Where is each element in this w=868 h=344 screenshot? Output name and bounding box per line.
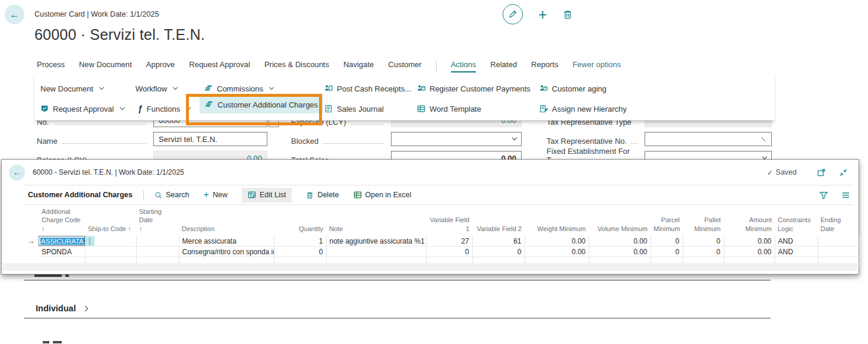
menu-approve[interactable]: Approve [146, 60, 175, 72]
col-pallet-minimum[interactable]: Pallet Minimum [683, 206, 724, 236]
new-button[interactable]: + New [204, 190, 228, 200]
action-register-customer-payments[interactable]: Register Customer Payments [417, 80, 531, 97]
cell-parcel[interactable]: 0 [651, 236, 683, 247]
action-customer-aging[interactable]: Customer aging [539, 80, 607, 97]
coins-icon [204, 84, 213, 93]
cell-var1[interactable]: 27 [426, 236, 472, 247]
open-in-excel-button[interactable]: Open in Excel [353, 191, 412, 199]
cell-volume[interactable]: 0.00 [589, 236, 651, 247]
col-amount-minimum[interactable]: Amount Minimum [724, 206, 775, 236]
section-individual[interactable]: Individual [36, 304, 87, 313]
action-post-cash-receipts[interactable]: Post Cash Receipts... [324, 80, 411, 97]
menu-related[interactable]: Related [490, 60, 517, 72]
excel-icon [353, 191, 362, 199]
cell-ending-date[interactable] [818, 236, 859, 247]
back-button[interactable]: ← [5, 5, 24, 24]
new-plus-button[interactable]: + [538, 7, 547, 22]
cell-description[interactable]: Merce assicurata [179, 236, 274, 247]
action-request-approval[interactable]: Request Approval [40, 100, 124, 118]
cell-logic[interactable]: AND [775, 236, 818, 247]
cell-more-options-button[interactable] [86, 236, 94, 246]
action-word-template[interactable]: Word Template [417, 100, 481, 118]
popout-window-icon [817, 168, 826, 177]
document-pencil-icon [539, 105, 548, 113]
dialog-breadcrumb: 60000 - Servizi tel. T.E.N. | Work Date:… [33, 168, 184, 176]
cell-description[interactable]: Consegna/ritiro con sponda idraul... [179, 247, 274, 257]
cell-ship-to[interactable] [85, 247, 136, 257]
menu-customer[interactable]: Customer [388, 60, 421, 72]
cell-var2[interactable]: 0 [472, 247, 525, 257]
action-assign-new-hierarchy[interactable]: Assign new Hierarchy [539, 100, 627, 118]
cell-amount[interactable]: 0.00 [724, 247, 775, 257]
col-additional-charge-code[interactable]: Additional Charge Code ↑ [39, 206, 85, 236]
cell-starting-date[interactable] [136, 236, 179, 247]
cell-volume[interactable]: 0.00 [589, 247, 651, 257]
col-variable-field-2[interactable]: Variable Field 2 [472, 206, 525, 236]
edit-pencil-button[interactable] [503, 4, 523, 24]
col-starting-date[interactable]: Starting Date ↑ [136, 206, 179, 236]
cell-pallet[interactable]: 0 [683, 247, 724, 257]
cell-quantity[interactable]: 0 [274, 247, 326, 257]
menu-reports[interactable]: Reports [531, 60, 558, 72]
col-description[interactable]: Description [179, 206, 274, 236]
grid-row-sponda: SPONDA Consegna/ritiro con sponda idraul… [23, 247, 859, 257]
cell-pallet[interactable]: 0 [683, 236, 724, 247]
cell-note[interactable] [326, 247, 426, 257]
action-workflow[interactable]: Workflow [135, 80, 177, 97]
cell-note[interactable]: note aggiuntive assicurata %1 %2 [326, 236, 426, 247]
cell-starting-date[interactable] [136, 247, 179, 257]
list-lines-icon [841, 191, 850, 200]
dialog-back-button[interactable]: ← [9, 165, 25, 181]
menu-new-document[interactable]: New Document [79, 60, 132, 72]
arrow-left-icon: ← [10, 9, 20, 21]
cell-ending-date[interactable] [818, 247, 859, 257]
collapse-dialog-button[interactable] [839, 168, 848, 177]
search-button[interactable]: Search [154, 191, 190, 199]
open-in-window-button[interactable] [817, 168, 826, 177]
trash-icon [306, 191, 314, 199]
action-new-document[interactable]: New Document [40, 80, 103, 97]
menu-navigate[interactable]: Navigate [343, 60, 374, 72]
col-variable-field-1[interactable]: Variable Field 1 [426, 206, 472, 236]
collapse-arrows-icon [839, 168, 848, 177]
blocked-select[interactable] [391, 132, 522, 146]
menu-actions[interactable]: Actions [451, 60, 476, 72]
menu-process[interactable]: Process [37, 60, 65, 72]
cell-code-selected[interactable]: ASSICURATA [39, 236, 85, 247]
cell-ship-to[interactable] [85, 236, 136, 247]
cell-var2[interactable]: 61 [472, 236, 525, 247]
col-ship-to-code[interactable]: Ship-to Code ↑ [85, 206, 136, 236]
cell-parcel[interactable]: 0 [651, 247, 683, 257]
name-field[interactable]: Servizi tel. T.E.N. [153, 132, 267, 146]
col-constraints-logic[interactable]: Constraints Logic [775, 206, 818, 236]
edit-list-button[interactable]: Edit List [242, 188, 292, 203]
action-functions[interactable]: ƒ Functions [138, 100, 190, 118]
view-options-button[interactable] [841, 191, 850, 200]
col-parcel-minimum[interactable]: Parcel Minimum [651, 206, 683, 236]
col-weight-minimum[interactable]: Weight Minimum [525, 206, 589, 236]
actions-dropdown-panel: New Document Workflow Commissions Post C… [34, 74, 775, 121]
blocked-label: Blocked [291, 134, 386, 146]
col-note[interactable]: Note [326, 206, 426, 236]
filter-button[interactable] [819, 191, 828, 200]
cell-weight[interactable]: 0.00 [525, 247, 589, 257]
delete-button[interactable]: Delete [306, 191, 339, 199]
cell-logic[interactable]: AND [775, 247, 818, 257]
col-ending-date[interactable]: Ending Date [818, 206, 859, 236]
delete-trash-button[interactable] [563, 10, 573, 20]
menu-prices-discounts[interactable]: Prices & Discounts [264, 60, 329, 72]
additional-charges-grid: Additional Charge Code ↑ Ship-to Code ↑ … [23, 206, 860, 268]
cell-code[interactable]: SPONDA [39, 247, 85, 257]
menu-request-approval[interactable]: Request Approval [189, 60, 250, 72]
cell-var1[interactable]: 0 [426, 247, 472, 257]
action-sales-journal[interactable]: Sales Journal [324, 100, 384, 118]
tax-rep-no-label: Tax Representative No. [547, 134, 640, 146]
page-action-icons: + [503, 4, 573, 24]
cell-amount[interactable]: 0.00 [724, 236, 775, 247]
tax-rep-no-field[interactable] [645, 132, 772, 146]
col-volume-minimum[interactable]: Volume Minimum [589, 206, 651, 236]
col-quantity[interactable]: Quantity [274, 206, 326, 236]
cell-weight[interactable]: 0.00 [525, 236, 589, 247]
menu-fewer-options[interactable]: Fewer options [573, 60, 621, 72]
cell-quantity[interactable]: 1 [274, 236, 326, 247]
